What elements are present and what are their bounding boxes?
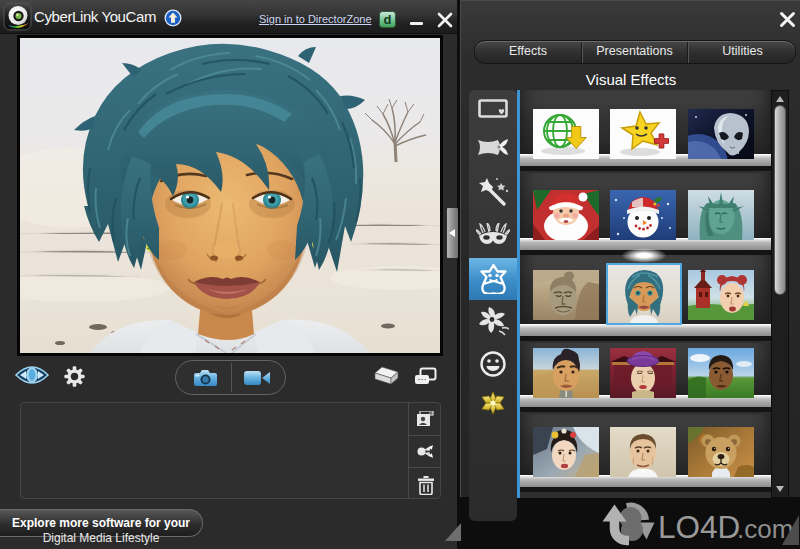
svg-text:d: d bbox=[384, 12, 392, 27]
svg-text:LO4D: LO4D bbox=[658, 509, 740, 545]
